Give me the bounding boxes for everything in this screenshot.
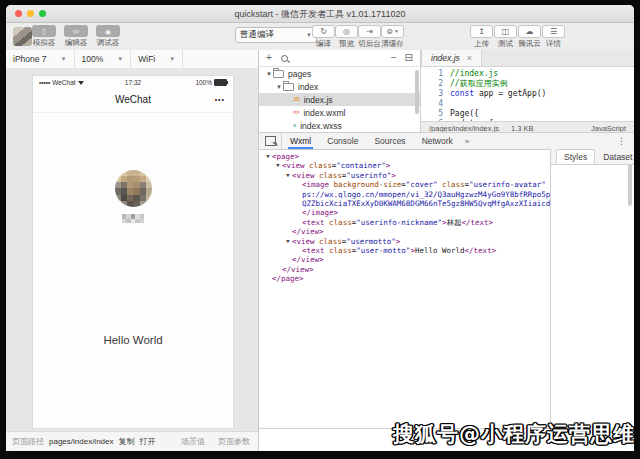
bug-icon: ◉: [96, 25, 120, 37]
chevron-down-icon: ▼: [394, 29, 399, 34]
devtools-panel: + − ⊟ ▼pages▼indexJSindex.js<>index.wxml…: [259, 50, 634, 451]
toolbar-switch-background-label: 切后台: [358, 39, 381, 49]
line-code: Page({: [450, 109, 479, 119]
tree-item-pages[interactable]: ▼pages: [259, 67, 420, 80]
line-code: //index.js: [450, 69, 498, 79]
debugger-tab-console[interactable]: Console: [319, 133, 366, 149]
overflow-menu-icon[interactable]: ⋮: [609, 133, 634, 149]
tencent-cloud-icon: ☁: [518, 25, 541, 38]
toolbar-simulator-button[interactable]: ▯模拟器: [28, 25, 60, 48]
toolbar-tencent-cloud-label: 腾讯云: [518, 39, 541, 49]
collapse-icon[interactable]: −: [391, 53, 397, 63]
toolbar-clear-cache-label: 清缓存: [381, 39, 404, 49]
status-time: 17:32: [33, 79, 233, 86]
watermark-text: 搜狐号@小程序运营思维: [393, 420, 635, 448]
user-motto-text: Hello World: [33, 334, 233, 346]
open-path-button[interactable]: 打开: [140, 436, 156, 447]
editor-line: 2//获取应用实例: [421, 79, 634, 89]
wxml-arrow-icon: ▼: [264, 152, 272, 161]
tree-item-index.wxml[interactable]: <>index.wxml: [259, 106, 420, 119]
wxml-line: ▼<view class="container">: [259, 161, 550, 170]
wxml-line: </view>: [259, 227, 550, 236]
preview-icon: ◎: [335, 25, 358, 38]
copy-path-button[interactable]: 复制: [119, 436, 135, 447]
simulator-footer: 页面路径 pages/index/index 复制 打开 场景值 页面参数: [6, 431, 258, 451]
title-bar: quickstart - 微信开发者工具 v1.01.1711020: [6, 5, 634, 23]
toolbar-clear-cache-button[interactable]: ⊜▼清缓存: [381, 25, 404, 49]
side-tab-styles[interactable]: Styles: [556, 149, 595, 164]
toolbar-upload-button[interactable]: ↥上传: [470, 25, 493, 49]
code-editor: index.js × 1//index.js2//获取应用实例3const ap…: [421, 50, 634, 132]
phone-screen: ••••• WeChat 17:32 100% WeChat ••• Hello…: [33, 76, 233, 428]
debugger-tab-network[interactable]: Network: [414, 133, 461, 149]
debugger-tab-sources[interactable]: Sources: [366, 133, 413, 149]
debugger-tab-wxml[interactable]: Wxml: [282, 133, 319, 149]
wxml-line: </page>: [259, 274, 550, 283]
wxml-arrow-icon: ▼: [274, 161, 282, 170]
line-number: 6: [421, 119, 450, 121]
toolbar-details-button[interactable]: ☰详情: [542, 25, 565, 49]
folder-icon: [283, 83, 294, 91]
code-icon: ‹/›: [64, 25, 88, 37]
pixelated-user-avatar[interactable]: [115, 170, 152, 207]
compile-mode-select[interactable]: 普通编译 ▼: [235, 27, 317, 43]
network-select[interactable]: WiFi▼: [131, 50, 183, 68]
nav-menu-dots[interactable]: •••: [215, 96, 225, 103]
file-tree-panel: + − ⊟ ▼pages▼indexJSindex.js<>index.wxml…: [259, 50, 421, 132]
editor-tab-indexjs[interactable]: index.js ×: [421, 50, 482, 66]
toolbar-debugger-button[interactable]: ◉调试器: [92, 25, 124, 48]
tree-item-index.wxss[interactable]: ≡index.wxss: [259, 119, 420, 132]
line-number: 3: [421, 89, 450, 99]
editor-line: 4: [421, 99, 634, 109]
scene-value-label[interactable]: 场景值: [181, 436, 205, 447]
wxss-file-icon: ≡: [293, 123, 296, 129]
more-tabs-icon[interactable]: »: [461, 133, 473, 149]
compile-mode-value: 普通编译: [240, 29, 274, 41]
tree-arrow-icon: ▼: [265, 71, 273, 77]
toolbar-compile-button[interactable]: ↻编译: [312, 25, 335, 49]
details-icon: ☰: [542, 25, 565, 38]
tree-item-index[interactable]: ▼index: [259, 80, 420, 93]
debugger-tab-bar: WxmlConsoleSourcesNetwork » ⋮: [259, 132, 634, 150]
add-file-icon[interactable]: +: [266, 53, 272, 63]
editor-code-area[interactable]: 1//index.js2//获取应用实例3const app = getApp(…: [421, 67, 634, 121]
tree-item-label: index.wxss: [300, 121, 342, 131]
wxml-line: ▼<view class="usermotto">: [259, 237, 550, 246]
zoom-select[interactable]: 100%▼: [75, 50, 132, 68]
side-tab-dataset[interactable]: Dataset: [595, 149, 634, 164]
wxml-line: <text class="userinfo-nickname">林超</text…: [259, 218, 550, 227]
wxml-tree-pane[interactable]: ▼<page>▼<view class="container">▼<view c…: [259, 149, 550, 440]
toolbar-editor-button[interactable]: ‹/›编辑器: [60, 25, 92, 48]
chevron-down-icon: ▼: [117, 56, 123, 62]
devtools-window: quickstart - 微信开发者工具 v1.01.1711020 ▯模拟器‹…: [6, 5, 634, 451]
toolbar-tencent-cloud-button[interactable]: ☁腾讯云: [518, 25, 541, 49]
upload-icon: ↥: [470, 25, 493, 38]
test-icon: ◫: [494, 25, 517, 38]
wxml-line: </image>: [259, 208, 550, 217]
toolbar-preview-button[interactable]: ◎预览: [335, 25, 358, 49]
file-tree-scrollbar[interactable]: [415, 70, 419, 114]
zoom-value: 100%: [82, 54, 104, 64]
panel-toggle-icon[interactable]: ⊟: [405, 53, 413, 63]
phone-status-bar: ••••• WeChat 17:32 100%: [33, 76, 233, 89]
toolbar-editor-label: 编辑器: [65, 38, 88, 48]
editor-line: 1//index.js: [421, 69, 634, 79]
page-params-label[interactable]: 页面参数: [218, 436, 250, 447]
wxml-arrow-icon: ▼: [284, 171, 292, 180]
element-picker-button[interactable]: [259, 133, 282, 149]
wxml-line: </view>: [259, 255, 550, 264]
tree-item-index.js[interactable]: JSindex.js: [259, 93, 420, 106]
toolbar-switch-background-button[interactable]: ⇥切后台: [358, 25, 381, 49]
inspect-icon: [265, 136, 276, 146]
device-select[interactable]: iPhone 7▼: [6, 50, 75, 68]
close-icon[interactable]: ×: [467, 53, 472, 63]
page-path-value: pages/index/index: [49, 437, 114, 446]
page-path-label: 页面路径: [12, 436, 44, 447]
line-number: 5: [421, 109, 450, 119]
search-icon[interactable]: [281, 55, 288, 62]
js-file-icon: JS: [293, 97, 300, 103]
toolbar-test-button[interactable]: ◫测试: [494, 25, 517, 49]
wxml-arrow-icon: ▼: [284, 237, 292, 246]
action-button-group: ↻编译◎预览⇥切后台⊜▼清缓存: [312, 25, 404, 49]
clear-cache-icon: ⊜▼: [381, 25, 404, 38]
